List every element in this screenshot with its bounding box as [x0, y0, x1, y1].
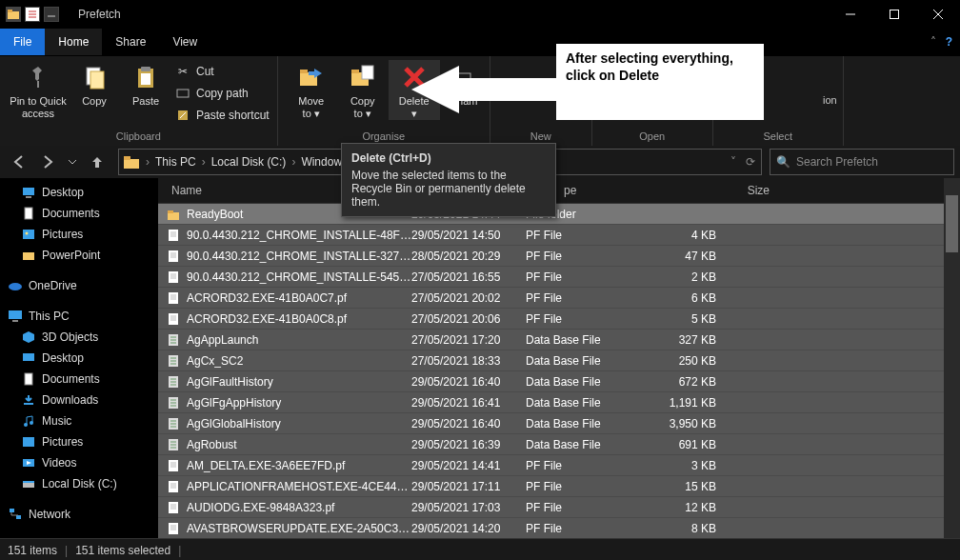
refresh-icon[interactable]: ⟳: [744, 155, 757, 169]
row-date: 27/05/2021 20:06: [411, 312, 526, 326]
paste-button[interactable]: Paste: [120, 60, 171, 108]
table-row[interactable]: AgAppLaunch27/05/2021 17:20Data Base Fil…: [158, 330, 944, 350]
copy-path-button[interactable]: Copy path: [175, 84, 270, 103]
svg-rect-44: [169, 271, 178, 283]
sidebar-powerpoint[interactable]: PowerPoint: [0, 245, 158, 266]
table-row[interactable]: AUDIODG.EXE-9848A323.pf29/05/2021 17:03P…: [158, 497, 944, 518]
file-icon: [166, 374, 181, 390]
sidebar-documents2[interactable]: Documents: [0, 369, 158, 390]
sidebar-network[interactable]: Network: [0, 504, 158, 525]
svg-rect-9: [141, 73, 150, 85]
copy-button[interactable]: Copy: [69, 60, 120, 108]
table-row[interactable]: AM_DELTA.EXE-3A6EE7FD.pf29/05/2021 14:41…: [158, 455, 944, 476]
close-button[interactable]: [916, 0, 960, 29]
table-row[interactable]: AgRobust29/05/2021 16:39Data Base File69…: [158, 434, 944, 455]
up-button[interactable]: [84, 149, 110, 175]
sidebar-desktop[interactable]: Desktop: [0, 182, 158, 203]
scissors-icon: ✂: [175, 64, 190, 79]
breadcrumb-dropdown-icon[interactable]: ˅: [729, 155, 738, 169]
svg-rect-27: [9, 310, 22, 319]
crumb-disk[interactable]: Local Disk (C:): [208, 155, 290, 169]
home-tab[interactable]: Home: [45, 29, 102, 55]
status-items: 151 items: [8, 544, 57, 557]
back-button[interactable]: [6, 149, 32, 175]
row-size: 250 KB: [640, 354, 716, 368]
row-date: 29/05/2021 16:40: [411, 417, 526, 430]
table-row[interactable]: APPLICATIONFRAMEHOST.EXE-4CE44C8...29/05…: [158, 476, 944, 497]
table-row[interactable]: AgGlFgAppHistory29/05/2021 16:41Data Bas…: [158, 392, 944, 413]
row-size: 691 KB: [640, 438, 716, 451]
row-size: 3 KB: [640, 459, 716, 472]
row-size: 327 KB: [640, 333, 716, 347]
recent-dropdown[interactable]: [63, 149, 82, 175]
table-row[interactable]: AgCx_SC227/05/2021 18:33Data Base File25…: [158, 350, 944, 371]
move-to-button[interactable]: Move to ▾: [286, 60, 337, 120]
crumb-thispc[interactable]: This PC: [151, 155, 200, 169]
file-list[interactable]: ReadyBoot29/05/2021 14:44File folder90.0…: [158, 204, 944, 538]
qat-overflow-icon[interactable]: [44, 7, 59, 22]
svg-rect-55: [169, 502, 178, 513]
scrollbar[interactable]: [944, 178, 960, 538]
row-size: 1,191 KB: [640, 396, 716, 410]
minimize-button[interactable]: [829, 0, 872, 29]
svg-rect-3: [45, 8, 58, 21]
sidebar-documents[interactable]: Documents: [0, 203, 158, 224]
sidebar-pictures2[interactable]: Pictures: [0, 431, 158, 452]
sidebar-downloads[interactable]: Downloads: [0, 390, 158, 410]
file-icon: [166, 270, 181, 285]
pictures-icon: [21, 227, 36, 242]
sidebar-music[interactable]: Music: [0, 410, 158, 431]
sidebar-3dobjects[interactable]: 3D Objects: [0, 327, 158, 348]
row-name: 90.0.4430.212_CHROME_INSTALLE-327AF...: [187, 250, 411, 263]
file-tab[interactable]: File: [0, 29, 45, 55]
ribbon-collapse-icon[interactable]: ˄: [930, 35, 936, 49]
sidebar-pictures[interactable]: Pictures: [0, 224, 158, 245]
svg-rect-29: [23, 353, 34, 361]
row-type: PF File: [526, 270, 640, 284]
sidebar-videos[interactable]: Videos: [0, 452, 158, 473]
maximize-button[interactable]: [872, 0, 916, 29]
table-row[interactable]: ACRORD32.EXE-41B0A0C8.pf27/05/2021 20:06…: [158, 309, 944, 330]
forward-button[interactable]: [34, 149, 61, 175]
row-name: ACRORD32.EXE-41B0A0C7.pf: [187, 291, 411, 305]
svg-rect-34: [23, 437, 34, 447]
sidebar-desktop2[interactable]: Desktop: [0, 348, 158, 369]
table-row[interactable]: AVASTBROWSERUPDATE.EXE-2A50C3CE.pf29/05/…: [158, 518, 944, 538]
help-icon[interactable]: ?: [946, 35, 952, 49]
col-type[interactable]: pe: [556, 184, 686, 197]
svg-point-33: [30, 421, 33, 425]
sidebar-localdisk[interactable]: Local Disk (C:): [0, 473, 158, 494]
sidebar-onedrive[interactable]: OneDrive: [0, 275, 158, 296]
row-date: 29/05/2021 14:41: [411, 459, 526, 472]
videos-icon: [21, 455, 36, 470]
row-size: 8 KB: [640, 522, 716, 535]
row-type: PF File: [526, 522, 640, 535]
share-tab[interactable]: Share: [102, 29, 159, 55]
pin-quick-access-button[interactable]: Pin to Quick access: [8, 60, 69, 120]
col-size[interactable]: Size: [686, 184, 777, 197]
svg-rect-39: [16, 515, 21, 519]
row-type: Data Base File: [526, 354, 640, 368]
select-group-label: Select: [721, 130, 835, 144]
table-row[interactable]: 90.0.4430.212_CHROME_INSTALLE-545E0...27…: [158, 267, 944, 288]
svg-rect-28: [12, 320, 18, 322]
copy-to-button[interactable]: Copy to ▾: [337, 60, 389, 120]
delete-tooltip: Delete (Ctrl+D) Move the selected items …: [341, 143, 556, 217]
table-row[interactable]: ACRORD32.EXE-41B0A0C7.pf27/05/2021 20:02…: [158, 288, 944, 309]
view-tab[interactable]: View: [159, 29, 210, 55]
paste-shortcut-button[interactable]: Paste shortcut: [175, 106, 270, 125]
table-row[interactable]: AgGlFaultHistory29/05/2021 16:40Data Bas…: [158, 371, 944, 392]
table-row[interactable]: AgGlGlobalHistory29/05/2021 16:40Data Ba…: [158, 413, 944, 434]
cut-button[interactable]: ✂Cut: [175, 62, 270, 81]
sidebar-thispc[interactable]: This PC: [0, 306, 158, 327]
document-icon: [21, 206, 36, 221]
row-type: PF File: [526, 250, 640, 263]
search-input[interactable]: 🔍 Search Prefetch: [770, 149, 954, 175]
svg-rect-30: [25, 373, 32, 385]
tooltip-body: Move the selected items to the Recycle B…: [351, 169, 546, 209]
window-title: Prefetch: [65, 8, 121, 21]
scroll-thumb[interactable]: [946, 195, 958, 252]
table-row[interactable]: 90.0.4430.212_CHROME_INSTALLE-327AF...28…: [158, 246, 944, 267]
file-icon: [166, 228, 181, 243]
table-row[interactable]: 90.0.4430.212_CHROME_INSTALLE-48F38..29/…: [158, 225, 944, 246]
